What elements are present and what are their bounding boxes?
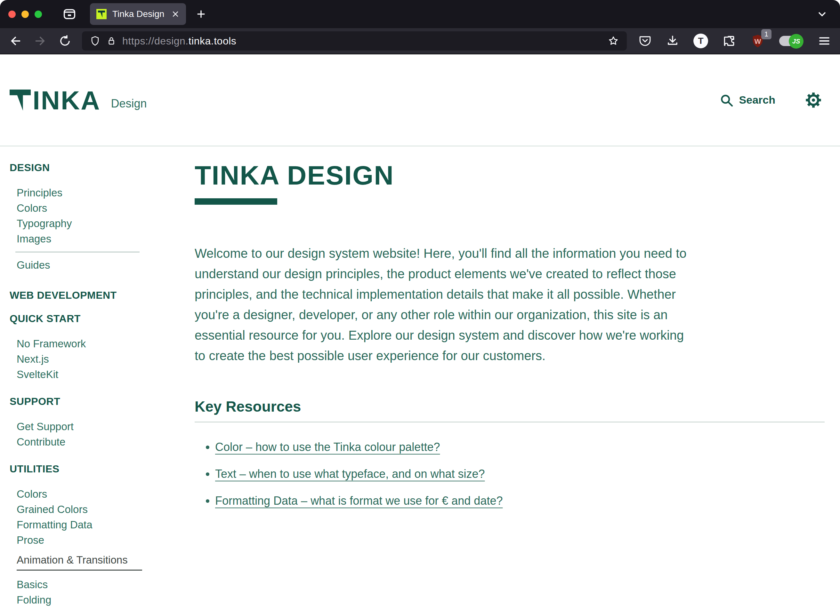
sidebar-heading-web-development: WEB DEVELOPMENT (10, 289, 185, 301)
key-resources-divider (195, 421, 825, 422)
javascript-toggle-icon[interactable]: JS (779, 34, 803, 48)
window-controls (8, 10, 42, 18)
resource-link-formatting-data[interactable]: Formatting Data – what is format we use … (215, 494, 503, 507)
settings-gear-icon[interactable] (805, 91, 822, 109)
tracking-protection-shield-icon[interactable] (90, 35, 100, 46)
list-item: Color – how to use the Tinka colour pale… (215, 440, 825, 454)
maximize-window-button[interactable] (35, 10, 42, 18)
sidebar-heading-design: DESIGN (10, 162, 185, 174)
logo-product-label: Design (111, 98, 147, 111)
logo-text: INKA (33, 90, 100, 111)
logo-t-mark-icon (10, 89, 31, 111)
menu-hamburger-icon[interactable] (818, 34, 831, 48)
browser-tab[interactable]: Tinka Design (90, 3, 186, 25)
resource-link-color[interactable]: Color – how to use the Tinka colour pale… (215, 440, 440, 453)
site-header: INKA Design Search (0, 54, 840, 147)
firefox-view-icon[interactable] (63, 8, 76, 21)
site-logo[interactable]: INKA Design (10, 89, 147, 111)
sidebar-item-nextjs[interactable]: Next.js (17, 352, 185, 367)
sidebar-item-no-framework[interactable]: No Framework (17, 336, 185, 352)
toolbar-extensions: T W 1 JS (638, 34, 831, 48)
sidebar-heading-support: SUPPORT (10, 396, 185, 408)
lock-icon[interactable] (106, 36, 116, 46)
sidebar-item-utilities-colors[interactable]: Colors (17, 487, 185, 502)
sidebar-item-animation-transitions-active[interactable]: Animation & Transitions (17, 552, 142, 571)
url-scheme-subdomain: https://design. (122, 35, 188, 47)
pocket-icon[interactable] (638, 34, 652, 48)
intro-paragraph: Welcome to our design system website! He… (195, 243, 694, 366)
sidebar-item-formatting-data[interactable]: Formatting Data (17, 517, 185, 532)
sidebar-item-typography[interactable]: Typography (17, 216, 185, 231)
page-title: TINKA DESIGN (195, 162, 825, 189)
sidebar-item-sveltekit[interactable]: SvelteKit (17, 367, 185, 382)
sidebar-item-basics[interactable]: Basics (17, 577, 185, 593)
sidebar-heading-utilities: UTILITIES (10, 463, 185, 475)
close-window-button[interactable] (8, 10, 16, 18)
minimize-window-button[interactable] (21, 10, 29, 18)
sidebar-item-get-support[interactable]: Get Support (17, 419, 185, 434)
search-label: Search (739, 94, 775, 106)
list-item: Text – when to use what typeface, and on… (215, 467, 825, 481)
extensions-puzzle-icon[interactable] (722, 34, 736, 48)
navigation-toolbar: https://design.tinka.tools (0, 28, 840, 54)
url-text: https://design.tinka.tools (122, 35, 236, 47)
tab-title: Tinka Design (112, 9, 166, 19)
downloads-icon[interactable] (666, 34, 679, 48)
new-tab-button[interactable] (196, 9, 206, 19)
sidebar-item-prose[interactable]: Prose (17, 532, 185, 548)
sidebar-item-grained-colors[interactable]: Grained Colors (17, 502, 185, 517)
bookmark-star-icon[interactable] (608, 35, 619, 47)
main-content: TINKA DESIGN Welcome to our design syste… (185, 162, 825, 521)
reload-icon[interactable] (59, 35, 71, 47)
url-domain: tinka.tools (188, 35, 237, 47)
sidebar-item-contribute[interactable]: Contribute (17, 434, 185, 450)
resource-link-text[interactable]: Text – when to use what typeface, and on… (215, 467, 485, 480)
list-item: Formatting Data – what is format we use … (215, 494, 825, 507)
key-resources-list: Color – how to use the Tinka colour pale… (215, 440, 825, 507)
sidebar: DESIGN Principles Colors Typography Imag… (10, 162, 185, 608)
search-button[interactable]: Search (719, 93, 775, 107)
key-resources-heading: Key Resources (195, 398, 825, 415)
tab-bar: Tinka Design (0, 0, 840, 28)
tab-favicon-icon (96, 9, 107, 19)
tab-close-icon[interactable] (171, 10, 179, 18)
sidebar-heading-quick-start: QUICK START (10, 313, 185, 325)
list-all-tabs-icon[interactable] (816, 8, 828, 21)
title-underline-bar (195, 198, 277, 205)
sidebar-item-principles[interactable]: Principles (17, 185, 185, 201)
search-icon (719, 93, 733, 107)
sidebar-item-guides[interactable]: Guides (17, 257, 185, 273)
browser-chrome: Tinka Design (0, 0, 840, 54)
extension-badge: 1 (761, 29, 771, 40)
forward-icon[interactable] (34, 35, 47, 47)
sidebar-item-folding[interactable]: Folding (17, 593, 185, 608)
extension-shield-icon[interactable]: W 1 (750, 34, 765, 48)
back-icon[interactable] (9, 35, 22, 47)
sidebar-item-colors[interactable]: Colors (17, 201, 185, 216)
sidebar-item-images[interactable]: Images (17, 231, 185, 246)
sidebar-divider (15, 252, 140, 252)
url-bar[interactable]: https://design.tinka.tools (82, 31, 627, 51)
extension-t-icon[interactable]: T (693, 34, 708, 48)
